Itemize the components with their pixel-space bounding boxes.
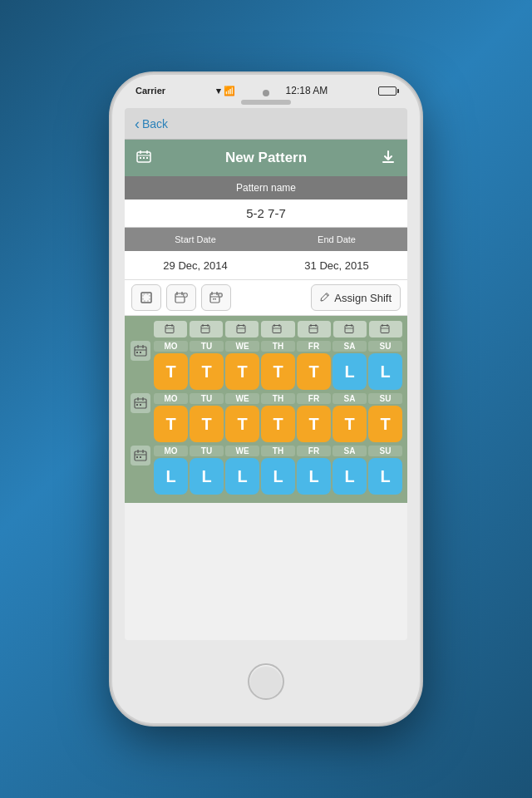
- week-1-day-header-tue: TU: [190, 341, 224, 352]
- svg-rect-66: [140, 404, 141, 406]
- svg-rect-72: [140, 456, 141, 458]
- day-col-icon-3[interactable]: [225, 321, 259, 337]
- select-tool-button[interactable]: [131, 284, 161, 311]
- week-1-cell-mon[interactable]: T: [154, 353, 188, 390]
- week-2-cell-tue[interactable]: T: [190, 406, 224, 442]
- week-1-day-header-sun: SU: [368, 341, 402, 352]
- speaker: [241, 100, 291, 105]
- edit-pencil-icon: [320, 292, 330, 304]
- week-1-cell-fri[interactable]: T: [297, 353, 331, 390]
- week-2-day-header-mon: MO: [154, 393, 188, 404]
- pattern-header: New Pattern: [125, 140, 407, 176]
- week-2-cell-sun[interactable]: T: [368, 406, 402, 442]
- svg-rect-25: [215, 298, 217, 300]
- week-2-day-header-sat: SA: [332, 393, 367, 404]
- week-3-day-header-sat: SA: [332, 446, 367, 456]
- calendar-icon: [136, 150, 151, 166]
- week-3-cell-tue[interactable]: L: [190, 458, 224, 495]
- svg-rect-59: [136, 352, 138, 353]
- svg-rect-65: [136, 404, 138, 406]
- wifi-icon: ▾ 📶: [216, 86, 235, 96]
- week-3-cell-wed[interactable]: L: [225, 458, 259, 495]
- week-row-2: MO TU WE TH FR SA SU T T T T T T: [130, 393, 402, 442]
- week-2-day-header-fri: FR: [297, 393, 331, 404]
- time-label: 12:18 AM: [286, 85, 328, 96]
- svg-rect-67: [135, 451, 146, 461]
- week-1-day-header-mon: MO: [154, 341, 188, 352]
- day-col-icon-2[interactable]: [190, 321, 223, 337]
- pattern-name-input-row[interactable]: 5-2 7-7: [125, 200, 407, 228]
- back-button[interactable]: ‹ Back: [135, 116, 168, 131]
- week-2-day-header-thu: TH: [261, 393, 295, 404]
- week-2-icon[interactable]: [131, 393, 150, 413]
- svg-rect-4: [140, 157, 141, 159]
- week-1-cell-thu[interactable]: T: [261, 353, 295, 390]
- carrier-label: Carrier: [135, 86, 165, 96]
- svg-rect-6: [146, 157, 148, 159]
- end-date-value[interactable]: 31 Dec, 2015: [266, 259, 407, 272]
- week-3-cell-mon[interactable]: L: [154, 458, 188, 495]
- front-camera: [263, 90, 269, 96]
- week-row-3: MO TU WE TH FR SA SU L L L L L L: [130, 446, 402, 495]
- svg-rect-24: [213, 298, 214, 300]
- day-col-icon-1[interactable]: [154, 321, 187, 337]
- shift-toolbar: Assign Shift: [125, 279, 407, 316]
- day-col-icon-6[interactable]: [333, 321, 367, 337]
- week-3-day-header-tue: TU: [190, 446, 224, 456]
- screen: ‹ Back New Pattern: [125, 108, 407, 640]
- battery-icon: [378, 86, 397, 96]
- week-1-cell-sat[interactable]: L: [332, 353, 367, 390]
- week-3-day-header-fri: FR: [297, 446, 331, 456]
- day-col-icon-4[interactable]: [261, 321, 294, 337]
- pattern-title: New Pattern: [151, 150, 381, 166]
- week-3-icon[interactable]: [131, 446, 150, 466]
- week-3-cell-sat[interactable]: L: [332, 458, 367, 495]
- week-3-day-header-thu: TH: [261, 446, 295, 456]
- chevron-left-icon: ‹: [135, 116, 140, 131]
- week-1-day-header-wed: WE: [225, 341, 259, 352]
- week-2-cell-wed[interactable]: T: [225, 406, 259, 442]
- week-1-day-header-thu: TH: [261, 341, 295, 352]
- week-2-cell-mon[interactable]: T: [154, 406, 188, 442]
- week-3-cell-fri[interactable]: L: [297, 458, 331, 495]
- start-date-value[interactable]: 29 Dec, 2014: [125, 259, 266, 272]
- week-2-day-header-wed: WE: [225, 393, 259, 404]
- start-date-header: Start Date: [125, 234, 266, 244]
- assign-shift-button[interactable]: Assign Shift: [311, 284, 401, 311]
- week-2-days: MO TU WE TH FR SA SU T T T T T T: [154, 393, 402, 442]
- week-3-cell-sun[interactable]: L: [368, 458, 402, 495]
- pattern-name-label: Pattern name: [236, 182, 296, 194]
- pattern-name-section-label: Pattern name: [125, 176, 407, 200]
- day-col-icon-5[interactable]: [298, 321, 331, 337]
- week-1-icon[interactable]: [131, 341, 150, 361]
- end-date-header: End Date: [266, 234, 407, 244]
- week-1-cell-tue[interactable]: T: [190, 353, 224, 390]
- home-button[interactable]: [248, 663, 284, 700]
- schedule-area: MO TU WE TH FR SA SU T T T T T L: [125, 316, 407, 503]
- add-shift-button-2[interactable]: [201, 284, 231, 311]
- pattern-name-value: 5-2 7-7: [246, 206, 286, 220]
- week-2-cell-sat[interactable]: T: [332, 406, 367, 442]
- add-shift-button-1[interactable]: [166, 284, 196, 311]
- assign-shift-label: Assign Shift: [334, 292, 392, 304]
- svg-rect-60: [140, 352, 141, 353]
- week-3-day-header-sun: SU: [368, 446, 402, 456]
- week-1-day-header-fri: FR: [297, 341, 331, 352]
- save-icon[interactable]: [381, 149, 396, 167]
- week-2-cell-fri[interactable]: T: [297, 406, 331, 442]
- svg-rect-8: [141, 293, 151, 303]
- date-values-row: 29 Dec, 2014 31 Dec, 2015: [125, 251, 407, 279]
- week-3-cell-thu[interactable]: L: [261, 458, 295, 495]
- week-3-day-header-mon: MO: [154, 446, 188, 456]
- week-1-cell-sun[interactable]: L: [368, 353, 402, 390]
- svg-rect-5: [143, 157, 145, 159]
- day-col-icon-7[interactable]: [369, 321, 402, 337]
- week-row-1: MO TU WE TH FR SA SU T T T T T L: [130, 341, 402, 390]
- week-2-day-header-sun: SU: [368, 393, 402, 404]
- week-1-days: MO TU WE TH FR SA SU T T T T T L: [154, 341, 402, 390]
- week-1-cell-wed[interactable]: T: [225, 353, 259, 390]
- svg-rect-61: [135, 399, 146, 408]
- week-2-cell-thu[interactable]: T: [261, 406, 295, 442]
- week-1-day-header-sat: SA: [332, 341, 367, 352]
- week-3-days: MO TU WE TH FR SA SU L L L L L L: [154, 446, 402, 495]
